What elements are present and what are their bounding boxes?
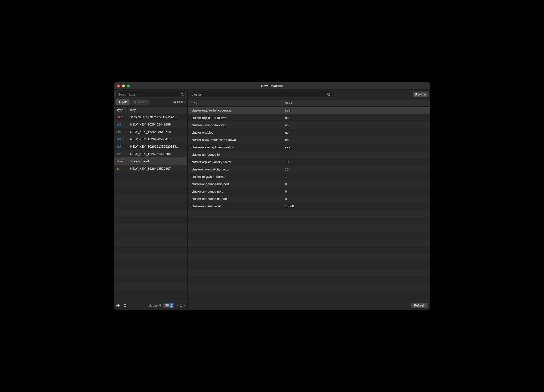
config-row[interactable]: cluster-require-full-coverageyes [188,107,430,114]
main-toolbar: Rewrite [188,90,430,99]
config-row[interactable]: cluster-announce-bus-port0 [188,180,430,188]
config-row[interactable]: cluster-announce-port0 [188,188,430,195]
config-key: cluster-replica-no-failover [188,116,282,120]
search-keys-input[interactable] [116,93,179,96]
chevron-down-icon [184,101,186,103]
key-row[interactable]: streamstream_head [114,157,187,165]
config-row[interactable]: cluster-node-timeout15000 [188,202,430,210]
window-title: New Favorite2 [261,84,283,88]
svg-point-9 [328,93,330,95]
reload-icon[interactable] [123,303,127,308]
page-size-value: 50 [165,304,169,307]
config-row-empty [188,232,430,239]
key-row[interactable]: listNEW_KEY_1626428529607 [114,165,187,172]
config-row[interactable]: cluster-allow-replica-migrationyes [188,143,430,151]
trash-icon [134,101,137,104]
search-icon[interactable] [326,93,332,96]
key-row-empty [114,283,187,290]
plus-icon [118,101,121,104]
svg-line-1 [183,95,184,96]
key-row-empty [114,238,187,246]
config-key: cluster-migration-barrier [188,175,282,179]
config-col-value-header[interactable]: Value [282,101,430,105]
config-key: cluster-enabled [188,131,282,134]
config-row-empty [188,217,430,224]
refresh-button[interactable]: Refresh [411,303,428,308]
key-row-empty [114,253,187,261]
config-row[interactable]: cluster-announce-tls-port0 [188,195,430,202]
key-row[interactable]: stringNEW_KEY_1626428500417 [114,135,187,143]
config-row[interactable]: cluster-allow-reads-when-downno [188,136,430,143]
key-row-empty [114,246,187,253]
key-table-header: Type Key [114,106,187,113]
config-key: cluster-require-full-coverage [188,109,282,112]
key-type: string [114,123,128,126]
config-row[interactable]: cluster-slave-no-failoverno [188,121,430,129]
svg-point-6 [117,305,117,306]
key-name: NEW_KEY_1626402443289 [128,123,187,126]
col-key-header[interactable]: Key [128,108,187,112]
maximize-icon[interactable] [127,84,130,87]
add-button[interactable]: Add [115,99,130,105]
key-list: hashsession_attr:69efe172-4762-4c...stri… [114,113,187,301]
config-value: 15000 [282,204,430,208]
titlebar: New Favorite2 [114,82,430,90]
sidebar-search-wrap [115,91,186,98]
config-row[interactable]: cluster-slave-validity-factor10 [188,166,430,173]
rewrite-label: Rewrite [415,93,426,96]
config-key: cluster-slave-validity-factor [188,168,282,171]
svg-point-7 [118,305,118,306]
svg-point-0 [181,93,183,95]
key-row-empty [114,261,187,268]
config-row-empty [188,291,430,298]
key-row-empty [114,275,187,283]
key-row-empty [114,216,187,224]
key-row-empty [114,187,187,194]
sidebar-search-row [114,90,187,99]
delete-button[interactable]: Delete [131,99,150,105]
key-row[interactable]: setNEW_KEY_1626251400704 [114,150,187,157]
config-row[interactable]: cluster-enabledno [188,129,430,136]
delete-label: Delete [138,100,147,104]
svg-point-4 [174,101,176,102]
key-row[interactable]: hashsession_attr:69efe172-4762-4c... [114,113,187,121]
config-filter-input[interactable] [189,93,326,96]
config-row-empty [188,210,430,217]
rewrite-button[interactable]: Rewrite [413,92,429,97]
key-type: string [114,137,128,141]
col-type-header[interactable]: Type [114,107,128,113]
config-key: cluster-slave-no-failover [188,123,282,127]
main-panel: Rewrite Key Value cluster-require-full-c… [188,90,430,310]
main-footer: Refresh [188,301,430,310]
key-type: hash [114,115,128,119]
config-row[interactable]: cluster-announce-ip [188,151,430,158]
minimize-icon[interactable] [122,84,125,87]
config-value: 10 [282,168,430,171]
config-row-empty [188,276,430,283]
page-size-selector[interactable]: 50 [163,303,174,308]
add-label: Add [122,100,128,104]
app-window: New Favorite2 Add Delete [114,82,430,310]
config-row-empty [188,254,430,261]
prev-page-icon[interactable] [177,304,179,307]
body: Add Delete DB0 Type Key hashsession_attr… [114,90,430,310]
close-icon[interactable] [117,84,120,87]
config-col-key-header[interactable]: Key [188,99,282,106]
key-row[interactable]: setNEW_KEY_1626428569778 [114,128,187,135]
page-number: 1 [180,304,182,307]
config-row-empty [188,283,430,291]
config-key: cluster-allow-reads-when-down [188,138,282,142]
config-row[interactable]: cluster-migration-barrier1 [188,173,430,180]
config-row[interactable]: cluster-replica-no-failoverno [188,114,430,121]
config-row[interactable]: cluster-replica-validity-factor10 [188,158,430,166]
next-page-icon[interactable] [183,304,185,307]
db-selector[interactable]: DB0 [173,100,186,104]
config-value: 1 [282,175,430,179]
key-row-empty [114,202,187,209]
more-menu-icon[interactable] [116,303,120,308]
sidebar-footer: dbsize: 8 50 1 [114,301,187,310]
config-row-empty [188,224,430,232]
key-row[interactable]: stringNEW_KEY_1626251355620333... [114,143,187,150]
search-icon[interactable] [179,93,186,96]
key-row[interactable]: stringNEW_KEY_1626402443289 [114,121,187,128]
